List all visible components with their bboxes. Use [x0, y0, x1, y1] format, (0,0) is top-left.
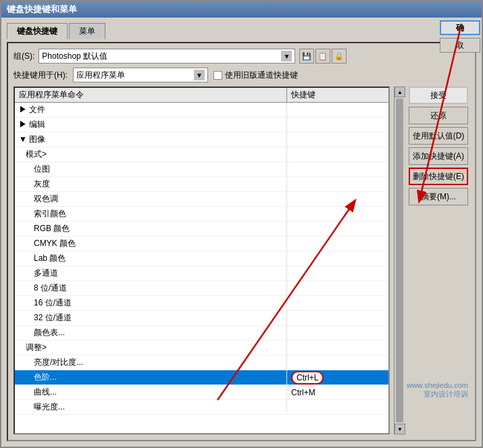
- tab-menu[interactable]: 菜单: [69, 23, 105, 39]
- table-row[interactable]: 双色调: [15, 192, 388, 207]
- table-row[interactable]: 16 位/通道: [15, 296, 388, 311]
- presets-dropdown[interactable]: Photoshop 默认值 ▼: [39, 49, 295, 64]
- summary-button[interactable]: 摘要(M)...: [409, 188, 468, 205]
- old-channel-label: 使用旧版通道快捷键: [225, 70, 298, 81]
- confirm-button[interactable]: 确: [440, 20, 480, 35]
- table-row[interactable]: 8 位/通道: [15, 281, 388, 296]
- main-content: 组(S): Photoshop 默认值 ▼ 💾 📋 🔒 快捷键用于(H): 应用…: [7, 42, 476, 441]
- commands-table: 应用程序菜单命令 快捷键 ▶ 文件▶ 编辑▼ 图像模式>位图灰度双色调索引颜色R…: [14, 86, 390, 434]
- table-row[interactable]: 索引颜色: [15, 207, 388, 222]
- cancel-label: 取: [456, 40, 464, 51]
- dialog-body: 键盘快捷键 菜单 组(S): Photoshop 默认值 ▼ 💾 📋 🔒: [1, 18, 482, 447]
- scroll-down[interactable]: ▼: [395, 424, 405, 434]
- default-button[interactable]: 使用默认值(D): [409, 127, 468, 145]
- old-channel-checkbox-area: 使用旧版通道快捷键: [213, 70, 298, 81]
- table-row[interactable]: 模式>: [15, 147, 388, 162]
- scrollbar[interactable]: ▲ ▼: [394, 86, 405, 434]
- preset-row: 组(S): Photoshop 默认值 ▼ 💾 📋 🔒: [14, 49, 469, 64]
- table-area: 应用程序菜单命令 快捷键 ▶ 文件▶ 编辑▼ 图像模式>位图灰度双色调索引颜色R…: [14, 86, 469, 434]
- duplicate-icon[interactable]: 📋: [315, 49, 330, 64]
- table-row[interactable]: ▼ 图像: [15, 132, 388, 147]
- table-row[interactable]: ▶ 文件: [15, 103, 388, 118]
- confirm-label: 确: [456, 22, 464, 34]
- presets-dropdown-arrow: ▼: [281, 51, 292, 61]
- table-row[interactable]: CMYK 颜色: [15, 237, 388, 251]
- table-row[interactable]: 调整>: [15, 341, 388, 355]
- col-shortcut-header: 快捷键: [287, 88, 388, 102]
- scroll-up[interactable]: ▲: [395, 86, 405, 97]
- table-row[interactable]: ▶ 编辑: [15, 118, 388, 132]
- delete-icon[interactable]: 🔒: [332, 49, 347, 64]
- table-row[interactable]: 亮度/对比度...: [15, 355, 388, 370]
- accept-button[interactable]: 接受: [409, 86, 468, 104]
- title-text: 键盘快捷键和菜单: [7, 3, 77, 16]
- action-buttons: 接受还原使用默认值(D)添加快捷键(A)删除快捷键(E)摘要(M)...: [409, 86, 469, 434]
- table-row[interactable]: 灰度: [15, 177, 388, 192]
- table-row[interactable]: 曝光度...: [15, 400, 388, 415]
- table-row[interactable]: 曲线...Ctrl+M: [15, 385, 388, 400]
- table-row[interactable]: 颜色表...: [15, 326, 388, 341]
- table-row[interactable]: 色阶...Ctrl+L: [15, 370, 388, 385]
- shortcut-for-arrow: ▼: [194, 70, 205, 80]
- table-row[interactable]: Lab 颜色: [15, 251, 388, 266]
- table-row[interactable]: RGB 颜色: [15, 222, 388, 237]
- scroll-thumb[interactable]: [396, 99, 403, 422]
- col-command-header: 应用程序菜单命令: [15, 88, 287, 102]
- table-row[interactable]: 多通道: [15, 266, 388, 281]
- title-bar: 键盘快捷键和菜单: [1, 1, 482, 18]
- save-icon[interactable]: 💾: [299, 49, 314, 64]
- shortcut-for-label: 快捷键用于(H):: [14, 70, 68, 81]
- toolbar-icons: 💾 📋 🔒: [299, 49, 347, 64]
- undo-button[interactable]: 还原: [409, 107, 468, 124]
- cancel-button[interactable]: 取: [440, 38, 480, 53]
- dialog: 键盘快捷键和菜单 确 取 键盘快捷键 菜单 组(S): Photoshop 默认…: [0, 0, 483, 448]
- add-button[interactable]: 添加快捷键(A): [409, 147, 468, 165]
- table-row[interactable]: 位图: [15, 162, 388, 177]
- tab-keyboard[interactable]: 键盘快捷键: [7, 23, 68, 39]
- delete-button[interactable]: 删除快捷键(E): [409, 168, 468, 185]
- old-channel-checkbox[interactable]: [213, 71, 222, 80]
- shortcut-for-row: 快捷键用于(H): 应用程序菜单 ▼ 使用旧版通道快捷键: [14, 68, 469, 82]
- shortcut-for-dropdown[interactable]: 应用程序菜单 ▼: [73, 68, 208, 82]
- table-header: 应用程序菜单命令 快捷键: [15, 88, 388, 103]
- presets-label: 组(S):: [14, 51, 34, 62]
- table-row[interactable]: 32 位/通道: [15, 311, 388, 326]
- tabs-row: 键盘快捷键 菜单: [7, 23, 476, 39]
- table-body[interactable]: ▶ 文件▶ 编辑▼ 图像模式>位图灰度双色调索引颜色RGB 颜色CMYK 颜色L…: [15, 103, 388, 433]
